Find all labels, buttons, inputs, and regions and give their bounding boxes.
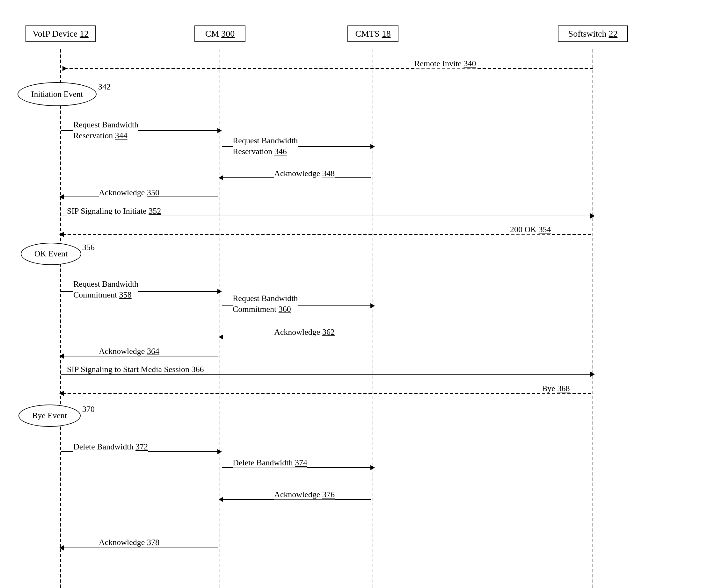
bye-event-ellipse: Bye Event	[19, 405, 81, 427]
lifeline-voip: VoIP Device 12	[26, 26, 96, 42]
lifeline-cm: CM 300	[195, 26, 245, 42]
label-req-bw-commit-360: Request BandwidthCommitment 360	[233, 293, 298, 315]
label-ack-378: Acknowledge 378	[99, 538, 159, 547]
svg-marker-11	[219, 175, 223, 180]
label-req-bw-res-344: Request BandwidthReservation 344	[73, 119, 138, 141]
label-ack-362: Acknowledge 362	[274, 327, 335, 337]
ref-370: 370	[82, 405, 95, 414]
ref-356: 356	[82, 243, 95, 252]
svg-marker-23	[219, 334, 223, 339]
svg-marker-17	[59, 232, 64, 237]
svg-marker-5	[63, 66, 67, 71]
svg-marker-25	[59, 354, 64, 359]
label-sip-start: SIP Signaling to Start Media Session 366	[67, 365, 204, 374]
svg-marker-29	[59, 391, 64, 396]
lifeline-softswitch: Softswitch 22	[558, 26, 628, 42]
label-del-bw-372: Delete Bandwidth 372	[73, 442, 148, 452]
svg-marker-13	[59, 194, 64, 199]
svg-marker-37	[59, 545, 64, 550]
label-bye-368: Bye 368	[542, 384, 570, 393]
label-ack-376: Acknowledge 376	[274, 490, 335, 500]
sequence-diagram: VoIP Device 12 CM 300 CMTS 18 Softswitch…	[0, 0, 707, 588]
label-ack-364: Acknowledge 364	[99, 346, 159, 356]
ref-342: 342	[98, 82, 111, 92]
label-200ok: 200 OK 354	[510, 225, 551, 234]
ok-event-ellipse: OK Event	[21, 243, 81, 265]
label-sip-initiate: SIP Signaling to Initiate 352	[67, 207, 161, 216]
initiation-event-ellipse: Initiation Event	[18, 82, 97, 106]
label-ack-350: Acknowledge 350	[99, 188, 159, 197]
label-req-bw-commit-358: Request BandwidthCommitment 358	[73, 279, 138, 300]
lifeline-cmts: CMTS 18	[347, 26, 398, 42]
svg-marker-35	[219, 497, 223, 502]
label-ack-348: Acknowledge 348	[274, 169, 335, 178]
svg-marker-21	[370, 303, 375, 308]
label-req-bw-res-346: Request BandwidthReservation 346	[233, 135, 298, 157]
label-del-bw-374: Delete Bandwidth 374	[233, 458, 307, 468]
label-remote-invite: Remote Invite 340	[414, 59, 476, 69]
